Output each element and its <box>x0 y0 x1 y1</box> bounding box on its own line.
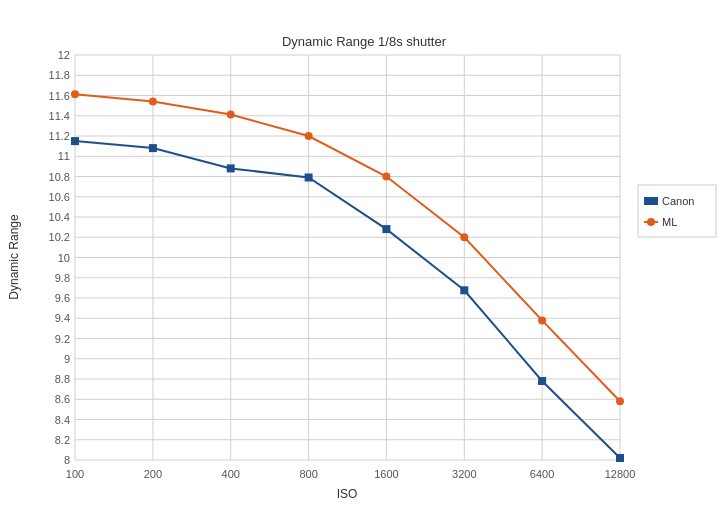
ml-points <box>71 90 624 405</box>
svg-point-70 <box>382 173 390 181</box>
subtitle-overlay: Dynamic Range 1/8s shutter <box>0 34 728 49</box>
svg-text:400: 400 <box>222 468 240 480</box>
svg-text:1600: 1600 <box>374 468 398 480</box>
svg-point-73 <box>616 397 624 405</box>
svg-text:10: 10 <box>58 252 70 264</box>
svg-text:9: 9 <box>64 353 70 365</box>
svg-text:11.6: 11.6 <box>49 90 70 102</box>
chart-container: Canon 5D3 Dynamic Range 1/8s shutter <box>0 0 728 531</box>
svg-text:10.8: 10.8 <box>49 171 70 183</box>
svg-text:100: 100 <box>66 468 84 480</box>
x-axis-title: ISO <box>337 487 358 501</box>
y-axis-labels: 12 11.8 11.6 11.4 11.2 11 10.8 10.6 10.4… <box>49 49 70 466</box>
svg-rect-62 <box>382 225 390 233</box>
svg-rect-58 <box>71 137 79 145</box>
svg-text:10.2: 10.2 <box>49 231 70 243</box>
svg-text:12: 12 <box>58 49 70 61</box>
svg-rect-64 <box>538 377 546 385</box>
svg-text:9.4: 9.4 <box>55 312 70 324</box>
svg-text:11.2: 11.2 <box>49 130 70 142</box>
svg-text:800: 800 <box>299 468 317 480</box>
subtitle-text: Dynamic Range 1/8s shutter <box>282 34 446 49</box>
svg-text:8.2: 8.2 <box>55 434 70 446</box>
svg-point-68 <box>227 111 235 119</box>
svg-text:3200: 3200 <box>452 468 476 480</box>
svg-point-67 <box>149 97 157 105</box>
grid-lines <box>75 55 620 460</box>
svg-text:11.8: 11.8 <box>49 69 70 81</box>
svg-point-71 <box>460 233 468 241</box>
svg-text:9.6: 9.6 <box>55 292 70 304</box>
svg-rect-61 <box>305 174 313 182</box>
svg-text:11.4: 11.4 <box>49 110 70 122</box>
svg-text:11: 11 <box>58 150 70 162</box>
y-axis-title: Dynamic Range <box>7 214 21 300</box>
ml-legend-label: ML <box>662 216 677 228</box>
svg-text:6400: 6400 <box>530 468 554 480</box>
ml-line <box>75 94 620 401</box>
svg-point-72 <box>538 316 546 324</box>
svg-point-69 <box>305 132 313 140</box>
canon-points <box>71 137 624 462</box>
svg-rect-60 <box>227 164 235 172</box>
x-axis-labels: 100 200 400 800 1600 3200 6400 12800 <box>66 468 635 480</box>
svg-text:8.8: 8.8 <box>55 373 70 385</box>
canon-legend-label: Canon <box>662 195 694 207</box>
svg-rect-65 <box>616 454 624 462</box>
svg-text:12800: 12800 <box>605 468 636 480</box>
svg-rect-59 <box>149 144 157 152</box>
svg-text:8: 8 <box>64 454 70 466</box>
svg-point-77 <box>647 218 655 226</box>
svg-text:10.4: 10.4 <box>49 211 70 223</box>
svg-rect-63 <box>460 286 468 294</box>
svg-text:8.6: 8.6 <box>55 393 70 405</box>
chart-svg: 12 11.8 11.6 11.4 11.2 11 10.8 10.6 10.4… <box>0 0 728 531</box>
svg-text:9.2: 9.2 <box>55 333 70 345</box>
svg-text:8.4: 8.4 <box>55 414 70 426</box>
svg-rect-75 <box>644 197 658 205</box>
legend: Canon ML <box>638 185 716 237</box>
svg-text:10.6: 10.6 <box>49 191 70 203</box>
canon-line <box>75 141 620 458</box>
svg-rect-74 <box>638 185 716 237</box>
svg-text:9.8: 9.8 <box>55 272 70 284</box>
svg-point-66 <box>71 90 79 98</box>
svg-text:200: 200 <box>144 468 162 480</box>
